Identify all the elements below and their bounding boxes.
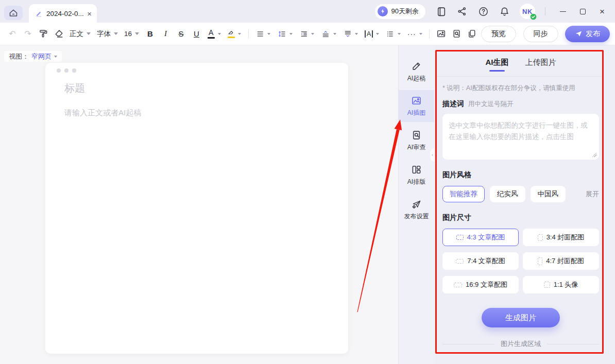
size-option-16-9[interactable]: 16:9 文章配图 — [442, 276, 519, 293]
image-icon — [411, 95, 422, 106]
prompt-header: 描述词 用中文逗号隔开 — [442, 99, 599, 109]
aspect-ratio-icon — [456, 259, 464, 264]
undo-icon[interactable]: ↶ — [5, 26, 20, 42]
sidebar-item-publish-settings[interactable]: 发布设置 — [399, 194, 434, 226]
home-button[interactable] — [4, 6, 23, 20]
size-option-1-1[interactable]: 1:1 头像 — [523, 276, 599, 293]
strikethrough-button[interactable]: S — [174, 26, 188, 42]
chevron-down-icon — [355, 33, 358, 35]
panel-tabs: AI生图 上传图片 — [442, 58, 599, 72]
publish-button[interactable]: 发布 — [565, 26, 610, 42]
more-tools-dropdown[interactable]: ··· — [405, 26, 425, 42]
paragraph-style-value: 正文 — [70, 29, 83, 39]
letter-spacing-icon: A — [365, 30, 372, 38]
sidebar-item-label: AI起稿 — [407, 74, 425, 83]
italic-button[interactable]: I — [158, 26, 173, 42]
insert-image-icon[interactable] — [434, 26, 448, 42]
letter-spacing-dropdown[interactable]: A — [362, 26, 382, 42]
style-option-chinese[interactable]: 中国风 — [531, 186, 566, 202]
sync-button[interactable]: 同步 — [523, 26, 558, 42]
format-painter-icon[interactable] — [36, 26, 50, 42]
formatting-toolbar: ↶ ↷ 正文 字体 16 B I S U A — [0, 23, 615, 45]
font-color-dropdown[interactable]: A — [204, 26, 224, 42]
indent-dropdown[interactable] — [297, 26, 317, 42]
maximize-icon — [580, 9, 586, 14]
sidebar-item-ai-review[interactable]: AI审查 — [399, 125, 434, 157]
aspect-ratio-icon — [544, 282, 550, 288]
publish-settings-icon — [411, 199, 422, 210]
chevron-down-icon — [419, 33, 422, 35]
aspect-ratio-icon — [456, 235, 464, 240]
help-icon[interactable] — [477, 6, 489, 17]
active-tab-underline — [489, 70, 505, 72]
document-card[interactable]: 标题 请输入正文或者AI起稿 — [45, 63, 348, 354]
chevron-down-icon — [398, 33, 401, 35]
tab-ai-generate[interactable]: AI生图 — [486, 58, 509, 72]
preview-button[interactable]: 预览 — [481, 26, 516, 42]
window-controls: × — [555, 4, 610, 19]
underline-button[interactable]: U — [189, 26, 203, 42]
document-tab[interactable]: 2024-02-0... × — [29, 4, 97, 23]
list-dropdown[interactable] — [383, 26, 403, 42]
layout-icon — [411, 164, 422, 175]
sidebar-item-ai-illustration[interactable]: AI插图 — [399, 90, 434, 122]
chevron-down-icon — [87, 32, 91, 35]
sidebar-item-label: 发布设置 — [404, 212, 429, 221]
chevron-down-icon — [135, 32, 139, 35]
sidebar-item-ai-draft[interactable]: AI起稿 — [399, 56, 434, 88]
size-option-4-7[interactable]: 4:7 封面配图 — [523, 252, 599, 270]
publish-label: 发布 — [586, 29, 600, 39]
space-before-icon — [321, 29, 330, 39]
font-color-letter: A — [209, 29, 213, 36]
maximize-button[interactable] — [575, 4, 590, 19]
font-size-dropdown[interactable]: 16 — [122, 26, 142, 42]
doc-review-icon[interactable] — [449, 26, 464, 42]
tab-upload-image[interactable]: 上传图片 — [525, 58, 556, 72]
chevron-down-icon — [238, 33, 241, 35]
title-input[interactable]: 标题 — [64, 81, 85, 95]
sidebar-item-ai-layout[interactable]: AI排版 — [399, 159, 434, 191]
generate-image-button[interactable]: 生成图片 — [482, 308, 560, 327]
copy-document-icon[interactable] — [465, 26, 479, 42]
eraser-icon[interactable] — [52, 26, 66, 42]
align-icon — [256, 29, 264, 39]
space-after-dropdown[interactable] — [340, 26, 361, 42]
tab-close-icon[interactable]: × — [87, 10, 92, 18]
image-result-area-label: 图片生成区域 — [501, 339, 541, 349]
notifications-bell-icon[interactable] — [499, 6, 510, 17]
view-mode-selector[interactable]: 视图： 窄网页 — [4, 51, 62, 62]
minimize-button[interactable] — [555, 4, 571, 19]
close-window-button[interactable]: × — [594, 4, 610, 19]
prompt-hint: 用中文逗号隔开 — [468, 100, 514, 109]
bold-button[interactable]: B — [143, 26, 157, 42]
highlight-color-swatch — [228, 37, 235, 38]
aspect-ratio-icon — [538, 234, 543, 241]
align-dropdown[interactable] — [253, 26, 274, 42]
share-icon[interactable] — [456, 6, 468, 17]
sidebar-item-label: AI排版 — [407, 178, 425, 186]
font-size-value: 16 — [124, 30, 132, 38]
paragraph-style-dropdown[interactable]: 正文 — [67, 26, 93, 42]
font-family-dropdown[interactable]: 字体 — [94, 26, 121, 42]
line-height-dropdown[interactable] — [275, 26, 295, 42]
highlight-color-dropdown[interactable] — [225, 26, 244, 42]
indent-icon — [300, 29, 308, 39]
user-avatar[interactable]: NK — [520, 4, 535, 19]
body-input[interactable]: 请输入正文或者AI起稿 — [64, 108, 141, 118]
size-option-7-4[interactable]: 7:4 文章配图 — [442, 252, 519, 270]
size-option-3-4[interactable]: 3:4 封面配图 — [523, 229, 599, 246]
chevron-down-icon — [114, 32, 118, 35]
journal-icon[interactable] — [435, 6, 447, 17]
view-mode-label: 视图： — [9, 52, 29, 61]
style-option-smart[interactable]: 智能推荐 — [442, 186, 485, 202]
style-options: 智能推荐 纪实风 中国风 展开 — [442, 186, 599, 202]
style-option-documentary[interactable]: 纪实风 — [490, 186, 525, 202]
sidebar-item-label: AI审查 — [407, 143, 425, 152]
trial-remaining-badge[interactable]: 90天剩余 — [375, 4, 425, 19]
space-before-dropdown[interactable] — [318, 26, 339, 42]
redo-icon[interactable]: ↷ — [21, 26, 35, 42]
chevron-down-icon — [289, 33, 293, 35]
size-option-4-3[interactable]: 4:3 文章配图 — [442, 229, 519, 246]
style-expand-link[interactable]: 展开 — [586, 189, 599, 199]
prompt-input[interactable] — [442, 114, 599, 160]
